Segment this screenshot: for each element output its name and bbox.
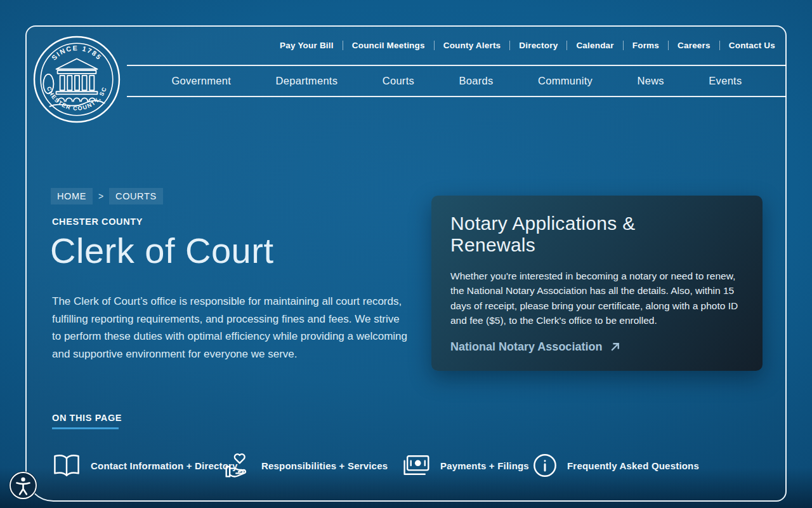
accessibility-widget-button[interactable] xyxy=(9,471,37,500)
toc-label: Payments + Filings xyxy=(440,460,529,471)
page-description: The Clerk of Court’s office is responsib… xyxy=(52,293,411,363)
toc-item-payments[interactable]: Payments + Filings xyxy=(402,448,529,483)
nav-item-community[interactable]: Community xyxy=(538,75,593,87)
nav-item-news[interactable]: News xyxy=(637,75,664,87)
nav-item-boards[interactable]: Boards xyxy=(459,75,493,87)
utility-link-council-meetings[interactable]: Council Meetings xyxy=(343,41,435,50)
nav-item-courts[interactable]: Courts xyxy=(383,75,414,87)
utility-nav: Pay Your Bill Council Meetings County Al… xyxy=(271,41,778,50)
open-book-icon xyxy=(52,453,81,478)
utility-link-careers[interactable]: Careers xyxy=(669,41,720,50)
info-circle-icon xyxy=(532,453,558,478)
utility-link-calendar[interactable]: Calendar xyxy=(567,41,623,50)
banknote-icon xyxy=(402,453,431,478)
utility-link-pay-your-bill[interactable]: Pay Your Bill xyxy=(271,41,343,50)
toc-label: Responsibilities + Services xyxy=(261,460,388,471)
utility-link-contact-us[interactable]: Contact Us xyxy=(720,41,778,50)
page-title: Clerk of Court xyxy=(50,230,273,271)
breadcrumb-home[interactable]: HOME xyxy=(51,188,93,204)
heading-underline xyxy=(52,427,119,429)
on-this-page-heading: ON THIS PAGE xyxy=(52,413,122,423)
breadcrumb-courts[interactable]: COURTS xyxy=(109,188,163,204)
utility-link-forms[interactable]: Forms xyxy=(624,41,669,50)
nav-item-events[interactable]: Events xyxy=(709,75,742,87)
page-background: SINCE 1785 CHESTER COUNTY, SC Pay Yo xyxy=(0,0,812,508)
nav-item-departments[interactable]: Departments xyxy=(276,75,338,87)
notary-card: Notary Applications & Renewals Whether y… xyxy=(431,196,763,371)
main-nav: Government Departments Courts Boards Com… xyxy=(127,65,787,97)
notary-card-body: Whether you're interested in becoming a … xyxy=(450,269,743,328)
toc-label: Frequently Asked Questions xyxy=(567,460,699,471)
seal-inner-ring xyxy=(41,43,113,116)
hand-heart-icon xyxy=(224,450,252,481)
national-notary-association-link[interactable]: National Notary Association xyxy=(450,340,622,354)
card-link-label: National Notary Association xyxy=(450,340,602,354)
toc-item-faq[interactable]: Frequently Asked Questions xyxy=(532,448,699,483)
toc-item-responsibilities[interactable]: Responsibilities + Services xyxy=(224,448,388,483)
breadcrumb: HOME > COURTS xyxy=(51,188,163,204)
toc-label: Contact Information + Directory xyxy=(91,460,238,471)
external-link-arrow-icon xyxy=(608,340,622,354)
nav-item-government[interactable]: Government xyxy=(171,75,231,87)
county-seal-logo[interactable]: SINCE 1785 CHESTER COUNTY, SC xyxy=(32,34,122,124)
utility-link-directory[interactable]: Directory xyxy=(510,41,567,50)
page-eyebrow: CHESTER COUNTY xyxy=(52,217,143,227)
toc-item-contact-information[interactable]: Contact Information + Directory xyxy=(52,448,238,483)
notary-card-title: Notary Applications & Renewals xyxy=(450,213,691,256)
utility-link-county-alerts[interactable]: County Alerts xyxy=(435,41,511,50)
breadcrumb-separator: > xyxy=(98,191,103,201)
accessibility-person-icon xyxy=(9,471,37,500)
content-panel: SINCE 1785 CHESTER COUNTY, SC Pay Yo xyxy=(25,25,787,502)
